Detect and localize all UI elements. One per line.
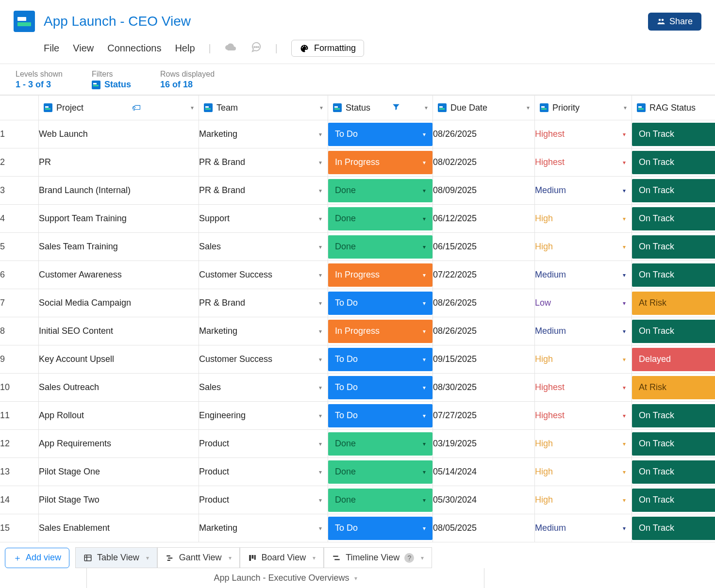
tab-board-view[interactable]: Board View▾ xyxy=(240,547,324,568)
chevron-down-icon[interactable]: ▾ xyxy=(423,159,426,166)
chevron-down-icon[interactable]: ▾ xyxy=(423,356,426,363)
cell-due-date[interactable]: 05/14/2024 xyxy=(433,458,535,486)
chevron-down-icon[interactable]: ▾ xyxy=(623,215,626,222)
menu-file[interactable]: File xyxy=(44,43,59,54)
chevron-down-icon[interactable]: ▾ xyxy=(313,555,316,561)
cell-project[interactable]: Social Media Campaign xyxy=(39,289,199,317)
chevron-down-icon[interactable]: ▾ xyxy=(423,469,426,475)
cell-due-date[interactable]: 07/27/2025 xyxy=(433,402,535,430)
chevron-down-icon[interactable]: ▾ xyxy=(319,159,322,166)
cell-priority[interactable]: Highest▾ xyxy=(535,374,632,402)
cell-rag[interactable]: At Risk▾ xyxy=(632,289,715,317)
cloud-sync-icon[interactable] xyxy=(225,41,236,56)
share-button[interactable]: Share xyxy=(648,13,701,31)
row-number[interactable]: 4 xyxy=(0,205,39,233)
chevron-down-icon[interactable]: ▾ xyxy=(319,244,322,250)
chevron-down-icon[interactable]: ▾ xyxy=(623,187,626,194)
cell-project[interactable]: App Requirements xyxy=(39,430,199,458)
cell-due-date[interactable]: 08/26/2025 xyxy=(433,317,535,345)
menu-help[interactable]: Help xyxy=(175,43,195,54)
cell-priority[interactable]: Highest▾ xyxy=(535,402,632,430)
filters-block[interactable]: Filters Status xyxy=(92,70,131,90)
cell-due-date[interactable]: 08/09/2025 xyxy=(433,177,535,205)
chevron-down-icon[interactable]: ▾ xyxy=(319,384,322,391)
chevron-down-icon[interactable]: ▾ xyxy=(624,104,627,111)
col-due-header[interactable]: Due Date▾ xyxy=(433,96,535,120)
cell-rag[interactable]: On Track▾ xyxy=(632,402,715,430)
cell-rag[interactable]: On Track▾ xyxy=(632,486,715,514)
tab-table-view[interactable]: Table View▾ xyxy=(75,547,157,568)
chevron-down-icon[interactable]: ▾ xyxy=(423,187,426,194)
cell-rag[interactable]: On Track▾ xyxy=(632,233,715,261)
cell-rag[interactable]: On Track▾ xyxy=(632,120,715,148)
chevron-down-icon[interactable]: ▾ xyxy=(423,300,426,307)
cell-team[interactable]: Customer Success▾ xyxy=(199,345,328,374)
chevron-down-icon[interactable]: ▾ xyxy=(423,497,426,504)
chevron-down-icon[interactable]: ▾ xyxy=(623,412,626,419)
cell-status[interactable]: Done▾ xyxy=(328,430,433,458)
chevron-down-icon[interactable]: ▾ xyxy=(319,525,322,532)
cell-status[interactable]: Done▾ xyxy=(328,233,433,261)
chevron-down-icon[interactable]: ▾ xyxy=(623,159,626,166)
cell-due-date[interactable]: 06/12/2025 xyxy=(433,205,535,233)
cell-team[interactable]: Marketing▾ xyxy=(199,514,328,542)
chevron-down-icon[interactable]: ▾ xyxy=(354,575,357,582)
cell-status[interactable]: Done▾ xyxy=(328,177,433,205)
chevron-down-icon[interactable]: ▾ xyxy=(623,469,626,475)
sheet-tab[interactable]: App Launch - Executive Overviews▾ xyxy=(86,568,484,588)
row-number[interactable]: 5 xyxy=(0,233,39,261)
cell-project[interactable]: Key Account Upsell xyxy=(39,345,199,374)
levels-block[interactable]: Levels shown 1 - 3 of 3 xyxy=(16,70,63,90)
col-team-header[interactable]: Team▾ xyxy=(199,96,328,120)
help-icon[interactable]: ? xyxy=(404,553,414,563)
cell-due-date[interactable]: 07/22/2025 xyxy=(433,261,535,289)
cell-priority[interactable]: Medium▾ xyxy=(535,261,632,289)
chevron-down-icon[interactable]: ▾ xyxy=(623,244,626,250)
chevron-down-icon[interactable]: ▾ xyxy=(423,272,426,278)
cell-project[interactable]: Web Launch xyxy=(39,120,199,148)
cell-team[interactable]: Product▾ xyxy=(199,486,328,514)
row-number[interactable]: 11 xyxy=(0,402,39,430)
cell-status[interactable]: To Do▾ xyxy=(328,514,433,542)
formatting-button[interactable]: Formatting xyxy=(291,40,364,57)
cell-status[interactable]: In Progress▾ xyxy=(328,261,433,289)
chevron-down-icon[interactable]: ▾ xyxy=(146,555,149,561)
cell-status[interactable]: To Do▾ xyxy=(328,374,433,402)
cell-due-date[interactable]: 09/15/2025 xyxy=(433,345,535,374)
col-number-header[interactable] xyxy=(0,96,39,120)
cell-priority[interactable]: Medium▾ xyxy=(535,317,632,345)
cell-due-date[interactable]: 08/02/2025 xyxy=(433,148,535,177)
cell-rag[interactable]: At Risk▾ xyxy=(632,374,715,402)
cell-status[interactable]: Done▾ xyxy=(328,205,433,233)
cell-status[interactable]: In Progress▾ xyxy=(328,148,433,177)
chevron-down-icon[interactable]: ▾ xyxy=(623,497,626,504)
cell-team[interactable]: Marketing▾ xyxy=(199,317,328,345)
cell-team[interactable]: Product▾ xyxy=(199,458,328,486)
menu-connections[interactable]: Connections xyxy=(107,43,161,54)
cell-team[interactable]: PR & Brand▾ xyxy=(199,177,328,205)
chevron-down-icon[interactable]: ▾ xyxy=(319,328,322,335)
cell-project[interactable]: Brand Launch (Internal) xyxy=(39,177,199,205)
cell-status[interactable]: Done▾ xyxy=(328,458,433,486)
cell-priority[interactable]: High▾ xyxy=(535,233,632,261)
row-number[interactable]: 7 xyxy=(0,289,39,317)
chevron-down-icon[interactable]: ▾ xyxy=(423,441,426,447)
cell-status[interactable]: Done▾ xyxy=(328,486,433,514)
cell-project[interactable]: PR xyxy=(39,148,199,177)
row-number[interactable]: 10 xyxy=(0,374,39,402)
col-rag-header[interactable]: RAG Status▾ xyxy=(632,96,715,120)
row-number[interactable]: 12 xyxy=(0,430,39,458)
cell-project[interactable]: Pilot Stage Two xyxy=(39,486,199,514)
conversations-icon[interactable] xyxy=(250,41,262,56)
cell-team[interactable]: Support▾ xyxy=(199,205,328,233)
cell-priority[interactable]: High▾ xyxy=(535,345,632,374)
chevron-down-icon[interactable]: ▾ xyxy=(423,131,426,138)
cell-project[interactable]: Sales Team Training xyxy=(39,233,199,261)
row-number[interactable]: 9 xyxy=(0,345,39,374)
cell-status[interactable]: To Do▾ xyxy=(328,120,433,148)
col-project-header[interactable]: Project🏷▾ xyxy=(39,96,199,120)
cell-due-date[interactable]: 05/30/2024 xyxy=(433,486,535,514)
cell-team[interactable]: Sales▾ xyxy=(199,233,328,261)
chevron-down-icon[interactable]: ▾ xyxy=(623,384,626,391)
cell-priority[interactable]: Medium▾ xyxy=(535,177,632,205)
